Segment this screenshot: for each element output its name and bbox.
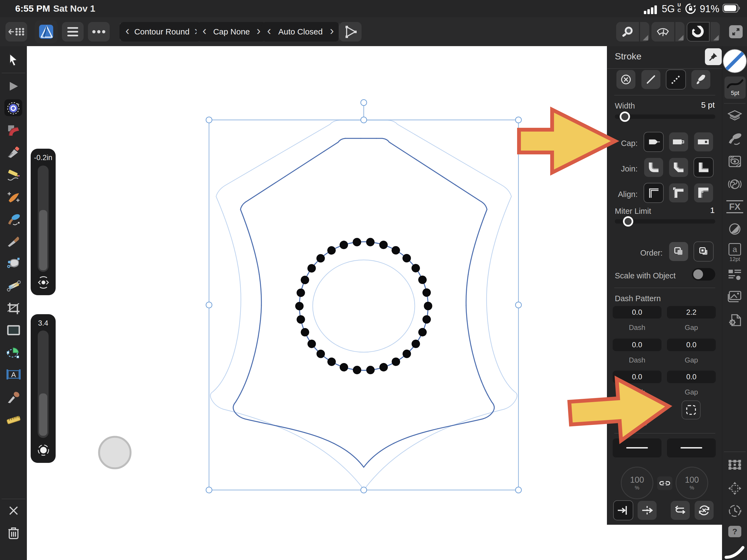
view-mode-options[interactable] [675, 22, 685, 42]
corner-tool[interactable] [7, 124, 20, 136]
handle-top-mid[interactable] [361, 117, 367, 123]
stroke-style-brush-button[interactable] [691, 70, 710, 89]
scrub-target-icon[interactable] [37, 444, 50, 456]
dash-cycle-button[interactable] [671, 501, 690, 520]
slider-thumb[interactable] [39, 210, 47, 270]
character-studio-icon[interactable]: a 12pt [728, 243, 741, 262]
back-to-gallery-button[interactable] [5, 22, 27, 42]
pressure-profile-end[interactable] [667, 438, 716, 457]
pen-tool[interactable] [7, 146, 20, 158]
handle-mid-right[interactable] [515, 302, 521, 308]
stroke-color-swatch[interactable] [723, 49, 747, 73]
cancel-button[interactable] [9, 506, 19, 515]
transform-studio-icon[interactable] [728, 459, 742, 471]
gradient-tool[interactable] [6, 279, 21, 292]
scale-with-object-toggle[interactable] [692, 268, 715, 281]
rectangle-tool[interactable] [7, 325, 20, 335]
pencil-tool[interactable] [7, 169, 20, 181]
dash-input-1[interactable]: 0.0 [613, 306, 662, 319]
join-bevel-button[interactable] [669, 158, 688, 177]
handle-bottom-right[interactable] [515, 487, 521, 493]
handle-bottom-left[interactable] [206, 487, 212, 493]
precision-scrub-icon[interactable] [37, 276, 50, 289]
end-pressure-knob[interactable]: 100 % [676, 466, 708, 499]
dash-preview-button[interactable] [681, 400, 701, 420]
vector-brush-tool[interactable] [6, 191, 21, 204]
align-center-button[interactable] [644, 183, 664, 203]
text-tool[interactable]: A [6, 369, 21, 380]
app-menu-button[interactable] [35, 20, 57, 43]
contour-offset-slider[interactable]: -0.2in [31, 149, 56, 295]
crop-tool[interactable] [7, 302, 20, 314]
view-mode-button[interactable] [651, 22, 674, 42]
rotation-handle[interactable] [361, 100, 367, 106]
contour-preset-stepper[interactable]: ‹ Contour Round › [120, 22, 202, 42]
pressure-profile-start[interactable] [613, 438, 662, 457]
paint-brush-tool[interactable] [6, 213, 21, 226]
layers-studio-icon[interactable] [728, 110, 742, 122]
move-tool[interactable] [8, 53, 20, 66]
gap-input-2[interactable]: 0.0 [667, 339, 716, 351]
radius-slider[interactable]: 3.4 [31, 314, 56, 463]
order-behind-button[interactable] [669, 242, 688, 261]
order-front-button[interactable] [694, 241, 714, 262]
handle-mid-left[interactable] [206, 302, 212, 308]
start-pressure-knob[interactable]: 100 % [621, 466, 653, 499]
snapping-move-icon[interactable] [728, 481, 742, 496]
dash-align-through-button[interactable] [638, 501, 656, 520]
stroke-style-solid-button[interactable] [641, 70, 661, 89]
join-round-button[interactable] [644, 158, 663, 177]
effects-studio-icon[interactable]: FX [726, 200, 743, 213]
menu-button[interactable] [62, 22, 84, 42]
node-tool[interactable] [8, 81, 19, 92]
phase-input[interactable] [613, 402, 662, 414]
pin-panel-button[interactable] [705, 48, 722, 65]
knife-tool[interactable] [7, 235, 20, 247]
transparency-studio-icon[interactable] [728, 222, 741, 236]
chevron-left-icon[interactable]: ‹ [203, 25, 207, 36]
snapping-button[interactable] [687, 22, 710, 42]
fullscreen-button[interactable] [729, 25, 743, 38]
more-options-button[interactable] [88, 22, 110, 42]
join-miter-button[interactable] [694, 157, 714, 178]
slider-thumb[interactable] [39, 393, 47, 436]
handle-top-left[interactable] [206, 117, 212, 123]
cap-square-button[interactable] [694, 132, 713, 152]
cap-preset-stepper[interactable]: ‹ Cap None › [197, 22, 266, 42]
zoom-tool-button[interactable] [616, 22, 639, 42]
color-picker-tool[interactable] [7, 391, 20, 404]
help-button[interactable]: ? [728, 526, 741, 537]
handle-bottom-mid[interactable] [361, 487, 367, 493]
delete-button[interactable] [8, 526, 19, 539]
dash-input-2[interactable]: 0.0 [613, 339, 662, 351]
shape-builder-tool[interactable] [6, 346, 21, 359]
fill-tool[interactable] [6, 257, 21, 270]
snapping-options[interactable] [711, 22, 720, 42]
pixel-persona-icon[interactable] [728, 178, 742, 191]
cap-round-button[interactable] [644, 132, 664, 152]
history-studio-icon[interactable] [728, 504, 742, 518]
chevron-left-icon[interactable]: ‹ [125, 25, 129, 36]
adjustments-studio-icon[interactable] [728, 155, 742, 168]
align-outside-button[interactable] [694, 183, 713, 203]
paragraph-studio-icon[interactable] [728, 269, 742, 281]
cap-butt-button[interactable] [669, 132, 688, 152]
link-pressure-button[interactable] [657, 476, 672, 490]
chevron-right-icon[interactable]: › [330, 25, 334, 36]
gap-input-1[interactable]: 2.2 [667, 306, 716, 319]
chevron-left-icon[interactable]: ‹ [267, 25, 271, 36]
gap-input-3[interactable]: 0.0 [667, 371, 716, 383]
miter-slider-knob[interactable] [623, 216, 633, 226]
zoom-tool-options[interactable] [640, 22, 649, 42]
handle-top-right[interactable] [515, 117, 521, 123]
reset-dash-button[interactable] [695, 501, 714, 520]
width-slider-knob[interactable] [620, 111, 630, 122]
dash-align-start-button[interactable] [613, 500, 633, 521]
stroke-style-dash-button[interactable] [666, 70, 686, 89]
bake-appearance-button[interactable] [339, 22, 362, 42]
closed-preset-stepper[interactable]: ‹ Auto Closed › [261, 22, 340, 42]
contour-tool[interactable] [6, 101, 21, 115]
stroke-style-none-button[interactable] [616, 70, 636, 89]
document-settings-icon[interactable] [728, 314, 742, 327]
chevron-right-icon[interactable]: › [257, 25, 261, 36]
